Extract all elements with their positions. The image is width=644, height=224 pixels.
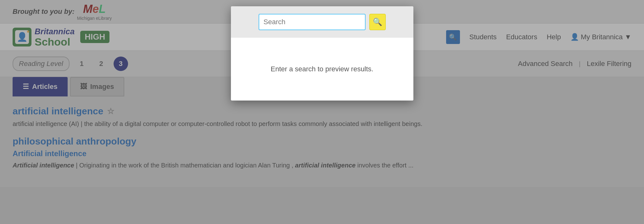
modal-search-icon: 🔍	[373, 18, 382, 26]
modal-search-input[interactable]	[259, 14, 366, 30]
search-modal: 🔍 Enter a search to preview results.	[231, 6, 413, 101]
modal-placeholder-text: Enter a search to preview results.	[271, 65, 373, 73]
modal-search-bar: 🔍	[231, 6, 413, 38]
modal-body: Enter a search to preview results.	[231, 38, 413, 101]
modal-search-button[interactable]: 🔍	[369, 14, 386, 30]
